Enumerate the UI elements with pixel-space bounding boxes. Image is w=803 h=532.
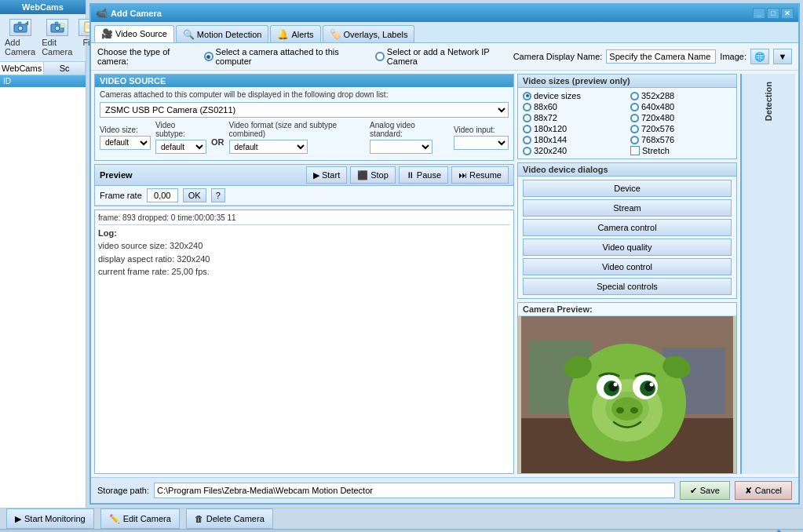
size-option-180x120[interactable]: 180x120: [523, 124, 624, 133]
preview-header: Preview ▶ Start ⬛ Stop: [95, 165, 513, 186]
size-radio-device: [523, 92, 531, 100]
video-quality-button[interactable]: Video quality: [523, 239, 732, 256]
stream-button[interactable]: Stream: [523, 199, 732, 217]
video-control-button[interactable]: Video control: [523, 258, 732, 275]
video-source-box: VIDEO SOURCE Cameras attached to this co…: [94, 74, 514, 161]
video-size-select[interactable]: default: [100, 136, 151, 150]
analog-standard-group: Analog video standard:: [370, 121, 444, 154]
video-sizes-box: Video sizes (preview only) device sizes …: [517, 74, 737, 159]
webcams-list-header: ID: [0, 75, 86, 87]
svg-point-1: [18, 26, 23, 31]
save-button[interactable]: ✔ Save: [680, 481, 730, 500]
frame-rate-input[interactable]: [147, 188, 178, 202]
tab-webcams[interactable]: WebCams: [0, 62, 44, 75]
camera-control-button[interactable]: Camera control: [523, 219, 732, 236]
camera-display-name-label: Camera Display Name:: [513, 52, 603, 61]
size-radio-768x576: [630, 136, 639, 144]
size-option-88x72[interactable]: 88x72: [523, 113, 624, 122]
size-option-768x576[interactable]: 768x576: [630, 135, 732, 144]
size-option-640x480[interactable]: 640x480: [630, 102, 732, 111]
content-area: WebCams + Add Camera Edit Camera: [0, 0, 803, 508]
video-input-select[interactable]: [454, 136, 509, 150]
svg-text:+: +: [25, 21, 28, 27]
detection-panel: Detection: [740, 74, 795, 474]
tab-overlays-label: Overlays, Labels: [344, 30, 408, 39]
size-label-640x480: 640x480: [641, 102, 674, 111]
size-option-320x240[interactable]: 320x240: [523, 146, 624, 155]
dialog-title-text: Add Camera: [111, 9, 753, 18]
size-option-stretch[interactable]: Stretch: [630, 146, 732, 155]
size-radio-88x72: [523, 114, 531, 122]
add-camera-icon: +: [9, 19, 31, 36]
storage-path-input[interactable]: [154, 483, 675, 498]
dialog-close-button[interactable]: ✕: [781, 8, 794, 19]
video-subtype-group: Video subtype: default: [155, 121, 206, 154]
tab-overlays-labels[interactable]: 🏷️ Overlays, Labels: [323, 25, 415, 42]
camera-image-dropdown[interactable]: ▼: [773, 49, 792, 64]
save-icon: ✔: [690, 486, 697, 496]
size-radio-720x480: [630, 114, 639, 122]
video-format-select[interactable]: default: [229, 140, 308, 154]
tab-video-source[interactable]: 🎥 Video Source: [94, 25, 174, 42]
size-label-88x60: 88x60: [534, 102, 557, 111]
stretch-label: Stretch: [642, 146, 670, 155]
start-monitoring-icon: ▶: [15, 514, 21, 524]
tab-alerts[interactable]: 🔔 Alerts: [270, 25, 320, 42]
device-dialogs-content: Device Stream Camera control Video quali…: [518, 177, 736, 298]
size-option-device[interactable]: device sizes: [523, 91, 624, 100]
preview-title: Preview: [100, 170, 306, 180]
size-option-352x288[interactable]: 352x288: [630, 91, 732, 100]
delete-camera-button[interactable]: 🗑 Delete Camera: [186, 508, 273, 529]
camera-preview-header: Camera Preview:: [518, 303, 736, 316]
dialog-maximize-button[interactable]: □: [767, 8, 779, 19]
svg-rect-6: [55, 22, 58, 24]
radio-local-camera[interactable]: Select a camera attached to this compute…: [204, 47, 366, 66]
pause-icon: ⏸: [406, 170, 414, 180]
video-subtype-select[interactable]: default: [155, 140, 206, 154]
svg-rect-2: [18, 22, 21, 24]
cancel-button[interactable]: ✘ Cancel: [735, 481, 792, 500]
pause-button[interactable]: ⏸ Pause: [399, 166, 448, 184]
video-format-label: Video format (size and subtype combined): [229, 121, 366, 138]
edit-camera-bottom-button[interactable]: ✏️ Edit Camera: [100, 508, 180, 529]
start-monitoring-button[interactable]: ▶ Start Monitoring: [6, 508, 94, 529]
analog-select[interactable]: [370, 140, 433, 154]
radio-local-label: Select a camera attached to this compute…: [216, 47, 367, 66]
camera-preview-svg: [521, 316, 733, 473]
camera-image-button[interactable]: 🌐: [750, 49, 769, 64]
log-line-3: current frame rate: 25,00 fps.: [98, 265, 510, 279]
frame-help-button[interactable]: ?: [211, 188, 225, 202]
stretch-checkbox[interactable]: [630, 146, 640, 155]
tab-sc[interactable]: Sc: [44, 62, 86, 75]
image-label: Image:: [720, 52, 746, 61]
camera-display-name-input[interactable]: [606, 49, 716, 64]
edit-camera-bottom-icon: ✏️: [109, 514, 120, 524]
tab-motion-detection[interactable]: 🔍 Motion Detection: [176, 25, 269, 42]
radio-network-camera[interactable]: Select or add a Network IP Camera: [375, 47, 513, 66]
size-option-720x480[interactable]: 720x480: [630, 113, 732, 122]
edit-camera-button[interactable]: Edit Camera: [40, 17, 74, 58]
log-content: video source size: 320x240 display aspec…: [98, 239, 510, 279]
size-option-88x60[interactable]: 88x60: [523, 102, 624, 111]
svg-point-29: [614, 383, 618, 387]
frame-ok-button[interactable]: OK: [183, 188, 206, 202]
size-label-720x480: 720x480: [641, 113, 674, 122]
camera-dropdown[interactable]: ZSMC USB PC Camera (ZS0211): [100, 102, 509, 118]
edit-camera-label: Edit Camera: [42, 38, 72, 56]
radio-network-dot: [375, 52, 384, 61]
camera-type-row: Choose the type of camera: Select a came…: [91, 43, 798, 71]
stop-icon: ⬛: [357, 170, 368, 180]
stop-button[interactable]: ⬛ Stop: [350, 166, 396, 184]
resume-button[interactable]: ⏭ Resume: [451, 166, 509, 184]
size-label-320x240: 320x240: [534, 146, 567, 155]
start-button[interactable]: ▶ Start: [306, 166, 347, 184]
dialog-minimize-button[interactable]: _: [753, 8, 765, 19]
special-controls-button[interactable]: Special controls: [523, 278, 732, 295]
device-button[interactable]: Device: [523, 180, 732, 197]
size-label-88x72: 88x72: [534, 113, 557, 122]
size-option-180x144[interactable]: 180x144: [523, 135, 624, 144]
video-subtype-label: Video subtype:: [155, 121, 206, 138]
add-camera-button[interactable]: + Add Camera: [3, 17, 37, 58]
size-option-720x576[interactable]: 720x576: [630, 124, 732, 133]
preview-buttons: ▶ Start ⬛ Stop ⏸ Pause: [306, 166, 509, 184]
